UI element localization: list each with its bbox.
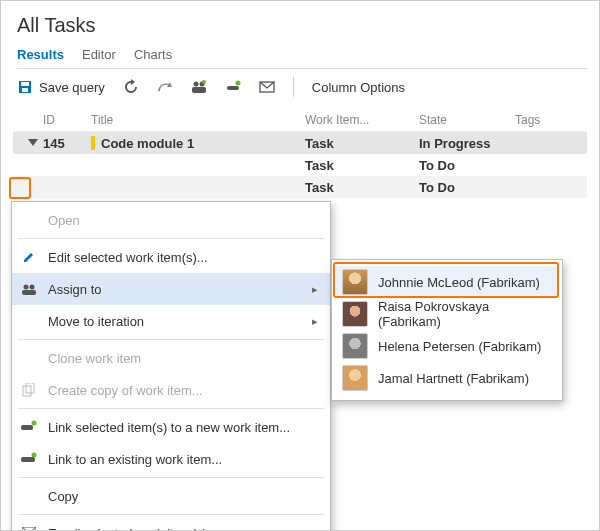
cell-state: In Progress	[419, 136, 515, 151]
cell-type: Task	[305, 136, 419, 151]
header-id[interactable]: ID	[43, 113, 91, 127]
cell-id: 145	[43, 136, 91, 151]
menu-create-copy: Create copy of work item...	[12, 374, 330, 406]
assignee-label: Johnnie McLeod (Fabrikam)	[378, 275, 540, 290]
avatar	[342, 269, 368, 295]
svg-point-16	[32, 421, 37, 426]
assignee-option[interactable]: Raisa Pokrovskaya (Fabrikam)	[336, 298, 558, 330]
chevron-right-icon: ▸	[312, 315, 318, 328]
save-query-button[interactable]: Save query	[17, 79, 105, 95]
menu-link-new[interactable]: Link selected item(s) to a new work item…	[12, 411, 330, 443]
link-icon[interactable]	[225, 79, 241, 95]
toolbar-separator	[293, 77, 294, 97]
cell-state: To Do	[419, 180, 515, 195]
svg-point-11	[30, 285, 35, 290]
avatar	[342, 365, 368, 391]
svg-rect-1	[21, 82, 29, 86]
svg-rect-15	[21, 425, 33, 430]
tab-editor[interactable]: Editor	[82, 47, 116, 62]
copy-icon	[20, 381, 38, 399]
assignee-option[interactable]: Johnnie McLeod (Fabrikam)	[336, 266, 558, 298]
menu-copy[interactable]: Copy	[12, 480, 330, 512]
header-tags[interactable]: Tags	[515, 113, 587, 127]
save-icon	[17, 79, 33, 95]
svg-rect-13	[23, 386, 31, 396]
svg-rect-7	[227, 86, 239, 90]
email-icon[interactable]	[259, 79, 275, 95]
cell-type: Task	[305, 158, 419, 173]
column-options-button[interactable]: Column Options	[312, 80, 405, 95]
page-title: All Tasks	[17, 14, 587, 37]
chevron-right-icon: ▸	[312, 283, 318, 296]
team-icon[interactable]	[191, 79, 207, 95]
assignee-label: Jamal Hartnett (Fabrikam)	[378, 371, 529, 386]
assign-to-submenu: Johnnie McLeod (Fabrikam) Raisa Pokrovsk…	[331, 259, 563, 401]
pencil-icon	[20, 248, 38, 266]
svg-point-3	[193, 82, 198, 87]
table-row[interactable]: 145 Code module 1 Task In Progress	[13, 132, 587, 154]
tab-charts[interactable]: Charts	[134, 47, 172, 62]
link-icon	[20, 450, 38, 468]
assignee-option[interactable]: Jamal Hartnett (Fabrikam)	[336, 362, 558, 394]
avatar	[342, 301, 368, 327]
task-type-bar-icon	[91, 136, 95, 150]
avatar	[342, 333, 368, 359]
svg-rect-12	[22, 290, 36, 295]
table-row[interactable]: Task To Do	[13, 154, 587, 176]
link-new-icon	[20, 418, 38, 436]
svg-point-18	[32, 453, 37, 458]
assignee-option[interactable]: Helena Petersen (Fabrikam)	[336, 330, 558, 362]
assignee-label: Raisa Pokrovskaya (Fabrikam)	[378, 299, 552, 329]
menu-edit[interactable]: Edit selected work item(s)...	[12, 241, 330, 273]
app-window: All Tasks Results Editor Charts Save que…	[0, 0, 600, 531]
svg-rect-5	[192, 87, 206, 93]
cell-type: Task	[305, 180, 419, 195]
toolbar: Save query Column Options	[17, 77, 587, 97]
menu-link-existing[interactable]: Link to an existing work item...	[12, 443, 330, 475]
tab-results[interactable]: Results	[17, 47, 64, 62]
menu-clone: Clone work item	[12, 342, 330, 374]
header-state[interactable]: State	[419, 113, 515, 127]
save-query-label: Save query	[39, 80, 105, 95]
tabs-bar: Results Editor Charts	[17, 47, 587, 69]
menu-email[interactable]: Email selected work item(s)...	[12, 517, 330, 531]
cell-title: Code module 1	[91, 136, 305, 151]
table-row[interactable]: Task To Do	[13, 176, 587, 198]
header-type[interactable]: Work Item...	[305, 113, 419, 127]
svg-point-10	[24, 285, 29, 290]
menu-move-iteration[interactable]: Move to iteration ▸	[12, 305, 330, 337]
menu-assign-to[interactable]: Assign to ▸	[12, 273, 330, 305]
assignee-label: Helena Petersen (Fabrikam)	[378, 339, 541, 354]
svg-point-8	[235, 81, 240, 86]
svg-rect-14	[26, 383, 34, 393]
svg-point-6	[202, 80, 206, 84]
people-icon	[20, 280, 38, 298]
redo-icon[interactable]	[157, 79, 173, 95]
svg-rect-17	[21, 457, 35, 462]
cell-state: To Do	[419, 158, 515, 173]
menu-open: Open	[12, 204, 330, 236]
refresh-icon[interactable]	[123, 79, 139, 95]
svg-rect-2	[22, 88, 28, 92]
row-dropdown-icon[interactable]	[23, 133, 43, 153]
context-menu: Open Edit selected work item(s)... Assig…	[11, 201, 331, 531]
header-title[interactable]: Title	[91, 113, 305, 127]
email-icon	[20, 524, 38, 531]
column-headers: ID Title Work Item... State Tags	[13, 109, 587, 132]
